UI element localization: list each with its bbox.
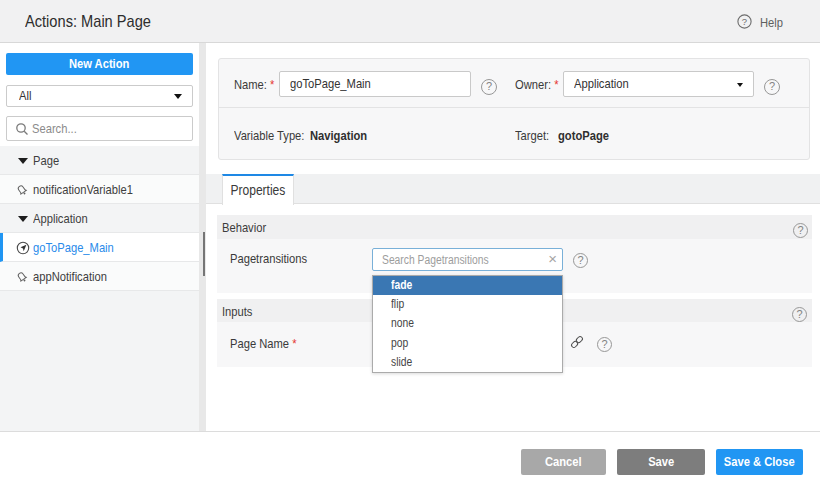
svg-text:?: ? (742, 16, 747, 27)
